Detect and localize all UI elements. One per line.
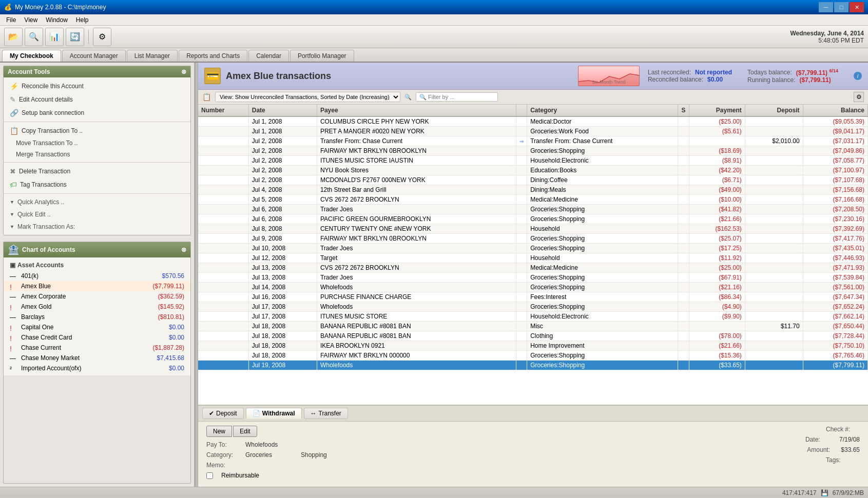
amount-label: Amount: <box>807 446 838 453</box>
menu-window[interactable]: Window <box>42 15 72 25</box>
mark-transaction-item[interactable]: Mark Transaction As: <box>4 221 190 233</box>
table-row[interactable]: Jul 18, 2008 BANANA REPUBLIC #8081 BAN C… <box>198 331 868 341</box>
tab-portfolio-manager[interactable]: Portfolio Manager <box>290 50 354 62</box>
cell-s <box>678 205 689 214</box>
table-row[interactable]: Jul 13, 2008 Trader Joes Groceries:Shopp… <box>198 273 868 283</box>
tab-list-manager[interactable]: List Manager <box>127 50 178 62</box>
transaction-table-container[interactable]: Number Date Payee Category S Payment Dep… <box>198 105 868 405</box>
table-row[interactable]: Jul 10, 2008 Trader Joes Groceries:Shopp… <box>198 244 868 253</box>
move-transaction-item[interactable]: Move Transaction To .. <box>4 137 190 149</box>
table-row[interactable]: Jul 19, 2008 Wholefoods Groceries:Shoppi… <box>198 361 868 370</box>
coa-item-imported[interactable]: ²Imported Account(ofx) $0.00 <box>4 363 190 373</box>
coa-item-capital-one[interactable]: !Capital One $0.00 <box>4 322 190 332</box>
form-tab-transfer[interactable]: ↔ Transfer <box>304 408 348 419</box>
cell-balance: ($7,230.16) <box>803 214 867 224</box>
table-row[interactable]: Jul 2, 2008 MCDONALD'S F2767 000NEW YORK… <box>198 175 868 185</box>
info-icon[interactable]: i <box>854 72 862 80</box>
table-row[interactable]: Jul 6, 2008 PACIFIC GREEN GOURMEBROOKLYN… <box>198 214 868 224</box>
coa-item-chase-current[interactable]: !Chase Current ($1,887.28) <box>4 343 190 353</box>
table-row[interactable]: Jul 2, 2008 FAIRWAY MKT BRKLYN 0BROOKLYN… <box>198 146 868 156</box>
merge-transactions-item[interactable]: Merge Transactions <box>4 149 190 160</box>
table-row[interactable]: Jul 2, 2008 ITUNES MUSIC STORE IAUSTIN H… <box>198 156 868 166</box>
cell-category: Groceries:Shopping <box>527 244 678 253</box>
sync-button[interactable]: 🔄 <box>66 28 84 46</box>
table-row[interactable]: Jul 18, 2008 BANANA REPUBLIC #8081 BAN M… <box>198 322 868 331</box>
edit-button[interactable]: Edit <box>233 426 257 437</box>
table-row[interactable]: Jul 4, 2008 12th Street Bar and Grill Di… <box>198 185 868 195</box>
form-tab-deposit[interactable]: ✔ Deposit <box>202 408 244 419</box>
cell-payee: Wholefoods <box>317 283 516 292</box>
menu-file[interactable]: File <box>2 15 20 25</box>
window-title: My Money 2.0.88 - C:\tmp\money <box>15 4 106 11</box>
minimize-button[interactable]: ─ <box>819 2 833 12</box>
quick-edit-item[interactable]: Quick Edit .. <box>4 208 190 221</box>
coa-item-amex-blue[interactable]: !Amex Blue ($7,799.11) <box>4 281 190 291</box>
table-row[interactable]: Jul 16, 2008 PURCHASE FINANCE CHARGE Fee… <box>198 292 868 302</box>
cell-category: Groceries:Shopping <box>527 214 678 224</box>
cell-payee: 12th Street Bar and Grill <box>317 185 516 195</box>
form-tab-withdrawal[interactable]: 📄 Withdrawal <box>246 408 302 419</box>
settings-button[interactable]: ⚙ <box>93 28 111 46</box>
close-button[interactable]: ✕ <box>850 2 864 12</box>
table-row[interactable]: Jul 9, 2008 FAIRWAY MKT BRKLYN 0BROOKLYN… <box>198 234 868 244</box>
table-row[interactable]: Jul 18, 2008 IKEA BROOKLYN 0921 Home Imp… <box>198 341 868 351</box>
coa-collapse[interactable]: ⊗ <box>181 246 186 253</box>
chart-button[interactable]: 📊 <box>45 28 64 46</box>
new-button[interactable]: New <box>206 426 232 437</box>
open-button[interactable]: 📂 <box>4 28 23 46</box>
check-num-field: Check #: <box>826 426 860 433</box>
filter-input[interactable] <box>416 92 498 102</box>
menu-view[interactable]: View <box>20 15 42 25</box>
cell-s <box>678 361 689 370</box>
coa-item-amex-corporate[interactable]: —Amex Corporate ($362.59) <box>4 291 190 302</box>
cell-date: Jul 9, 2008 <box>248 234 317 244</box>
tag-transactions-item[interactable]: 🏷 Tag Transactions <box>4 178 190 191</box>
view-select[interactable]: View: Show Unreconciled Transactions, So… <box>215 92 400 102</box>
cell-payment: ($78.00) <box>689 331 745 341</box>
reimbursable-checkbox[interactable] <box>206 472 213 479</box>
coa-item-401k[interactable]: —401(k) $570.56 <box>4 271 190 281</box>
table-row[interactable]: Jul 6, 2008 Trader Joes Groceries:Shoppi… <box>198 205 868 214</box>
table-row[interactable]: Jul 8, 2008 CENTURY TWENTY ONE #NEW YORK… <box>198 224 868 234</box>
table-row[interactable]: Jul 18, 2008 FAIRWAY MKT BRKLYN 000000 G… <box>198 351 868 361</box>
table-row[interactable]: Jul 17, 2008 Wholefoods Groceries:Shoppi… <box>198 302 868 312</box>
coa-item-chase-money[interactable]: —Chase Money Market $7,415.68 <box>4 353 190 363</box>
copy-transaction-item[interactable]: 📋 Copy Transaction To .. <box>4 124 190 137</box>
setup-bank-item[interactable]: 🔗 Setup bank connection <box>4 106 190 119</box>
tab-my-checkbook[interactable]: My Checkbook <box>2 50 61 62</box>
table-row[interactable]: Jul 2, 2008 NYU Book Stores Education:Bo… <box>198 166 868 175</box>
edit-account-item[interactable]: ✎ Edit Account details <box>4 93 190 106</box>
toolbar-separator <box>88 30 89 44</box>
tab-calendar[interactable]: Calendar <box>248 50 289 62</box>
table-row[interactable]: Jul 13, 2008 CVS 2672 2672 BROOKLYN Medi… <box>198 263 868 273</box>
cell-payee: BANANA REPUBLIC #8081 BAN <box>317 331 516 341</box>
cell-category: Groceries:Shopping <box>527 205 678 214</box>
merge-transactions-label: Merge Transactions <box>16 151 70 158</box>
search-button[interactable]: 🔍 <box>25 28 43 46</box>
maximize-button[interactable]: □ <box>834 2 848 12</box>
account-icon: 💳 <box>204 68 221 84</box>
quick-analytics-item[interactable]: Quick Analytics .. <box>4 196 190 208</box>
delete-transaction-item[interactable]: ✖ Delete Transaction <box>4 165 190 178</box>
tab-account-manager[interactable]: Account Manager <box>62 50 126 62</box>
table-settings-button[interactable]: ⚙ <box>854 92 864 102</box>
running-balance-label: Running balance: <box>747 76 795 84</box>
table-row[interactable]: Jul 17, 2008 ITUNES MUSIC STORE Househol… <box>198 312 868 322</box>
coa-item-amex-gold[interactable]: !Amex Gold ($145.92) <box>4 302 190 312</box>
coa-item-barclays[interactable]: —Barclays ($810.81) <box>4 312 190 322</box>
reconcile-account-item[interactable]: ⚡ Reconcile this Account <box>4 79 190 93</box>
cell-category: Groceries:Work Food <box>527 127 678 136</box>
table-row[interactable]: Jul 2, 2008 Transfer From: Chase Current… <box>198 136 868 146</box>
table-row[interactable]: Jul 14, 2008 Wholefoods Groceries:Shoppi… <box>198 283 868 292</box>
title-bar-left: 💰 My Money 2.0.88 - C:\tmp\money <box>4 4 106 11</box>
table-row[interactable]: Jul 12, 2008 Target Household ($11.92) (… <box>198 253 868 263</box>
menu-help[interactable]: Help <box>72 15 93 25</box>
cell-date: Jul 18, 2008 <box>248 351 317 361</box>
account-tools-collapse[interactable]: ⊗ <box>181 68 186 75</box>
table-row[interactable]: Jul 1, 2008 PRET A MANGER #0020 NEW YORK… <box>198 127 868 136</box>
table-row[interactable]: Jul 1, 2008 COLUMBUS CIRCLE PHY NEW YORK… <box>198 116 868 127</box>
tab-reports-charts[interactable]: Reports and Charts <box>179 50 247 62</box>
cell-balance: ($7,392.69) <box>803 224 867 234</box>
coa-item-chase-credit[interactable]: !Chase Credit Card $0.00 <box>4 332 190 343</box>
table-row[interactable]: Jul 5, 2008 CVS 2672 2672 BROOKLYN Medic… <box>198 195 868 205</box>
